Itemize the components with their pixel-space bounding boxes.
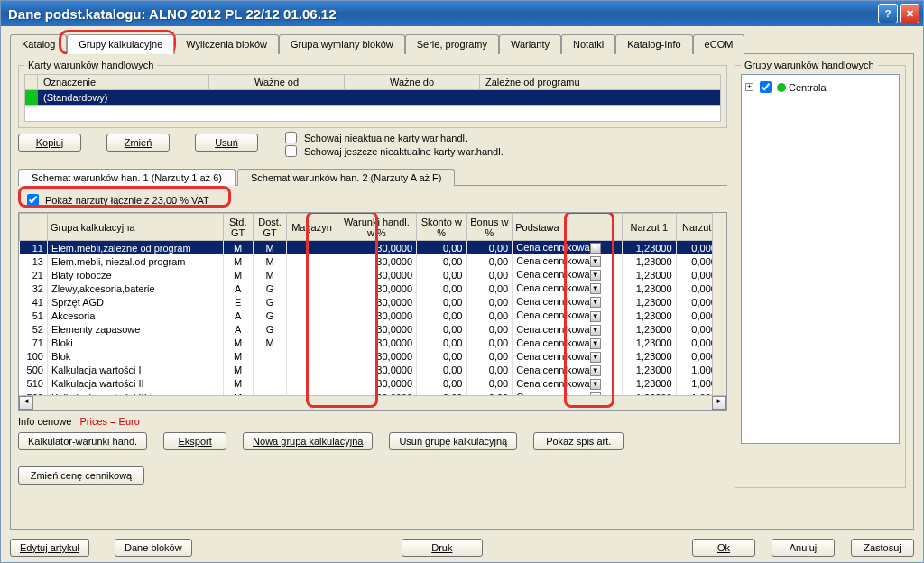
tree-item-label: Centrala [789, 82, 827, 93]
grid-col-podstawa[interactable]: Podstawa [513, 214, 623, 241]
cards-row-selected[interactable]: (Standardowy) [25, 90, 721, 106]
vat-checkbox[interactable] [27, 194, 39, 206]
dropdown-icon[interactable]: ▼ [590, 311, 601, 322]
table-row[interactable]: 510Kalkulacja wartości IIM30,00000,000,0… [20, 377, 726, 391]
tree-fieldset: Grupy warunków handlowych + Centrala [735, 60, 906, 488]
vat-label: Pokaż narzuty łącznie z 23,00 % VAT [45, 195, 209, 206]
scroll-right-button[interactable]: ► [712, 396, 726, 410]
status-green-icon [777, 83, 786, 92]
dropdown-icon[interactable]: ▼ [590, 365, 601, 376]
cards-col-waznedo[interactable]: Ważne do [345, 75, 480, 90]
price-info-label: Info cenowe [18, 416, 71, 427]
tab-ecom[interactable]: eCOM [693, 34, 745, 54]
hide-outdated2-checkbox[interactable] [285, 145, 297, 157]
dropdown-icon[interactable]: ▼ [590, 338, 601, 349]
dropdown-icon[interactable]: ▼ [590, 352, 601, 363]
dropdown-icon[interactable]: ▼ [590, 297, 601, 308]
tree-item-checkbox[interactable] [760, 81, 772, 93]
vertical-scrollbar[interactable] [712, 213, 726, 395]
dropdown-icon[interactable]: ▼ [590, 270, 601, 281]
hide-outdated-label: Schowaj nieaktualne karty war.handl. [304, 133, 467, 143]
grid-col-dostgt[interactable]: Dost. GT [253, 214, 287, 241]
edit-button[interactable]: Zmień [106, 134, 170, 152]
delete-button[interactable]: Usuń [195, 134, 258, 152]
show-articles-button[interactable]: Pokaż spis art. [533, 432, 624, 450]
cards-fieldset: Karty warunków handlowych Oznaczenie Waż… [18, 60, 727, 128]
tab-katalog-info[interactable]: Katalog-Info [615, 34, 692, 54]
cards-col-wazneod[interactable]: Ważne od [209, 75, 345, 90]
tab-warianty[interactable]: Warianty [499, 34, 561, 54]
subtab-schema2[interactable]: Schemat warunków han. 2 (Narzuty A aż F) [237, 169, 456, 186]
apply-button[interactable]: Zastosuj [851, 539, 914, 557]
grid-col-grupa[interactable]: Grupa kalkulacyjna [47, 214, 223, 241]
horizontal-scrollbar[interactable]: ◄ ► [19, 395, 726, 410]
cards-col-zalezne[interactable]: Zależne od programu [480, 75, 721, 90]
tree-body[interactable]: + Centrala [741, 74, 900, 444]
grid-col-id[interactable] [20, 214, 48, 241]
grid-col-stdgt[interactable]: Std. GT [223, 214, 253, 241]
grid-col-skonto[interactable]: Skonto w % [417, 214, 467, 241]
table-row[interactable]: 71BlokiMM30,00000,000,00Cena cennikowa▼1… [20, 337, 726, 350]
table-row[interactable]: 11Elem.mebli,zależne od programMM30,0000… [20, 241, 726, 255]
footer: Edytuj artykuł Dane bloków Druk Ok Anulu… [1, 535, 923, 562]
calculator-button[interactable]: Kalkulator-warunki hand. [18, 432, 147, 450]
tab-wyliczenia-blokow[interactable]: Wyliczenia bloków [174, 34, 279, 54]
new-group-button[interactable]: Nowa grupa kalkulacyjna [243, 432, 373, 450]
titlebar: Dane podst.katalogu: ALNO 2012 PL 22/12 … [1, 1, 923, 26]
table-row[interactable]: 51AkcesoriaAG30,00000,000,00Cena cenniko… [20, 309, 726, 322]
window-title: Dane podst.katalogu: ALNO 2012 PL 22/12 … [5, 6, 876, 22]
help-button[interactable]: ? [878, 4, 898, 23]
price-info-value: Prices = Euro [80, 416, 140, 427]
tab-notatki[interactable]: Notatki [561, 34, 615, 54]
tab-grupa-wymiany-blokow[interactable]: Grupa wymiany bloków [279, 34, 405, 54]
tab-panel: Karty warunków handlowych Oznaczenie Waż… [10, 54, 914, 530]
block-data-button[interactable]: Dane bloków [115, 539, 192, 557]
edit-article-button[interactable]: Edytuj artykuł [10, 539, 89, 557]
grid-col-magazyn[interactable]: Magazyn [287, 214, 337, 241]
sub-tabs: Schemat warunków han. 1 (Narzuty 1 aż 6)… [18, 168, 727, 185]
subtab-schema1[interactable]: Schemat warunków han. 1 (Narzuty 1 aż 6) [18, 169, 236, 186]
table-row[interactable]: 13Elem.mebli, niezal.od programMM30,0000… [20, 254, 726, 268]
cards-table[interactable]: Oznaczenie Ważne od Ważne do Zależne od … [24, 74, 721, 122]
grid-col-bonus[interactable]: Bonus w % [467, 214, 513, 241]
cards-col-oznaczenie[interactable]: Oznaczenie [38, 75, 209, 90]
tab-serie-programy[interactable]: Serie, programy [405, 34, 499, 54]
content: Katalog Grupy kalkulacyjne Wyliczenia bl… [1, 26, 923, 535]
hide-outdated-checkbox[interactable] [285, 132, 297, 143]
table-row[interactable]: 52Elementy zapasoweAG30,00000,000,00Cena… [20, 323, 726, 337]
export-button[interactable]: Eksport [163, 432, 226, 450]
window: Dane podst.katalogu: ALNO 2012 PL 22/12 … [0, 0, 924, 563]
ok-button[interactable]: Ok [692, 539, 755, 557]
grid-col-warunki[interactable]: Warunki handl. w % [337, 214, 416, 241]
dropdown-icon[interactable]: ▼ [590, 283, 601, 294]
grid-col-narzut1[interactable]: Narzut 1 [622, 214, 676, 241]
table-row[interactable]: 21Blaty roboczeMM30,00000,000,00Cena cen… [20, 268, 726, 282]
tree-item-centrala[interactable]: + Centrala [745, 78, 895, 96]
tab-katalog[interactable]: Katalog [10, 34, 67, 54]
change-price-button[interactable]: Zmień cenę cennikową [18, 466, 144, 485]
dropdown-icon[interactable]: ▼ [590, 256, 601, 267]
table-row[interactable]: 500Kalkulacja wartości IM30,00000,000,00… [20, 364, 726, 377]
delete-group-button[interactable]: Usuń grupę kalkulacyjną [389, 432, 517, 450]
print-button[interactable]: Druk [402, 539, 483, 557]
dropdown-icon[interactable]: ▼ [590, 325, 601, 336]
tree-legend: Grupy warunków handlowych [741, 60, 878, 70]
close-button[interactable]: ✕ [900, 4, 919, 23]
status-green-icon [25, 90, 38, 105]
cancel-button[interactable]: Anuluj [772, 539, 835, 557]
hide-outdated2-label: Schowaj jeszcze nieaktualne karty war.ha… [304, 146, 504, 157]
copy-button[interactable]: Kopiuj [18, 134, 81, 152]
tabs: Katalog Grupy kalkulacyjne Wyliczenia bl… [10, 33, 914, 54]
tree-expand-icon[interactable]: + [745, 83, 753, 91]
table-row[interactable]: 32Zlewy,akcesoria,baterieAG30,00000,000,… [20, 282, 726, 295]
cards-row-label: (Standardowy) [38, 90, 114, 105]
calc-grid[interactable]: Grupa kalkulacyjna Std. GT Dost. GT Maga… [18, 212, 727, 411]
cards-legend: Karty warunków handlowych [24, 60, 157, 70]
table-row[interactable]: 41Sprzęt AGDEG30,00000,000,00Cena cennik… [20, 295, 726, 309]
dropdown-icon[interactable]: ▼ [590, 243, 601, 254]
table-row[interactable]: 100BlokM30,00000,000,00Cena cennikowa▼1,… [20, 350, 726, 364]
tab-grupy-kalkulacyjne[interactable]: Grupy kalkulacyjne [67, 34, 174, 54]
scroll-left-button[interactable]: ◄ [19, 396, 33, 410]
dropdown-icon[interactable]: ▼ [590, 379, 601, 390]
